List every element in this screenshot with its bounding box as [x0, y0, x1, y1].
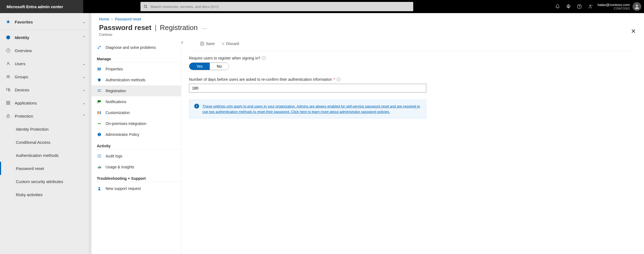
chevron-down-icon: ⌄ [82, 88, 86, 92]
svg-rect-16 [8, 101, 10, 103]
bm-audit-logs[interactable]: Audit logs [91, 151, 181, 162]
nav-password-reset[interactable]: Password reset [0, 162, 91, 175]
svg-text:i: i [99, 133, 100, 136]
chevron-down-icon: ⌄ [82, 20, 86, 24]
bm-auth-methods[interactable]: Authentication methods [91, 74, 181, 85]
bm-registration[interactable]: Registration [91, 85, 181, 96]
days-input[interactable] [189, 84, 426, 92]
svg-rect-18 [8, 103, 10, 104]
crumb-home[interactable]: Home [99, 17, 109, 21]
toggle-yes[interactable]: Yes [189, 63, 210, 70]
svg-point-4 [579, 7, 580, 8]
bm-notifications[interactable]: Notifications [91, 96, 181, 107]
bm-section-manage: Manage [91, 53, 181, 62]
bm-section-support: Troubleshooting + Support [91, 172, 181, 182]
account-menu[interactable]: balas@contoso.com CONTOSO [598, 2, 644, 11]
svg-rect-17 [7, 103, 8, 104]
bm-onprem[interactable]: On-premises integration [91, 118, 181, 129]
svg-rect-38 [201, 42, 203, 43]
info-icon [5, 48, 11, 53]
user-icon [5, 61, 11, 66]
info-tooltip-icon[interactable]: i [337, 77, 340, 81]
brand-title: Microsoft Entra admin center [0, 0, 83, 13]
breadcrumb: Home › Password reset [99, 17, 636, 21]
nav-protection[interactable]: Protection ⌃ [0, 109, 91, 122]
wrench-icon [97, 45, 102, 50]
avatar [633, 2, 641, 11]
info-tooltip-icon[interactable]: i [262, 56, 266, 60]
bm-admin-policy[interactable]: i Administrator Policy [91, 129, 181, 140]
nav-favorites[interactable]: Favorites ⌄ [0, 15, 91, 28]
account-email: balas@contoso.com [598, 3, 630, 7]
chevron-up-icon: ⌃ [82, 35, 86, 40]
nav-risky-activities[interactable]: Risky activities [0, 188, 91, 201]
nav-auth-methods[interactable]: Authentication methods [0, 149, 91, 162]
palette-icon [97, 111, 102, 115]
identity-icon [5, 35, 11, 40]
primary-sidebar: Favorites ⌄ Identity ⌃ Overview Users ⌄ … [0, 13, 91, 254]
nav-custom-security[interactable]: Custom security attributes [0, 175, 91, 188]
days-label: Number of days before users are asked to… [189, 77, 332, 82]
chevron-down-icon: ⌄ [82, 74, 86, 79]
svg-rect-27 [100, 111, 101, 114]
close-icon[interactable]: ✕ [631, 28, 636, 35]
save-icon [200, 41, 204, 46]
nav-users[interactable]: Users ⌄ [0, 57, 91, 70]
lock-icon [5, 114, 11, 118]
svg-line-1 [146, 7, 148, 8]
nav-identity[interactable]: Identity ⌃ [0, 31, 91, 44]
bm-new-request[interactable]: New support request [91, 183, 181, 194]
top-bar: Microsoft Entra admin center balas@conto… [0, 0, 644, 13]
svg-rect-21 [99, 68, 100, 71]
svg-rect-20 [98, 68, 98, 71]
bm-usage[interactable]: Usage & insights [91, 162, 181, 172]
svg-rect-26 [99, 111, 100, 114]
svg-rect-34 [99, 166, 100, 169]
account-tenant: CONTOSO [598, 7, 630, 10]
sync-icon [97, 122, 102, 125]
support-icon [97, 187, 102, 190]
svg-point-36 [98, 187, 100, 189]
svg-rect-19 [7, 116, 9, 118]
page-subtitle: Registration [160, 23, 198, 32]
flag-icon [97, 100, 102, 104]
nav-conditional-access[interactable]: Conditional Access [0, 136, 91, 149]
svg-point-6 [636, 5, 638, 7]
svg-rect-15 [7, 101, 8, 103]
svg-rect-22 [100, 68, 101, 71]
svg-point-2 [568, 6, 569, 7]
content-pane: « Save Discard Require users to register… [181, 38, 644, 254]
required-asterisk: * [334, 77, 335, 82]
nav-applications[interactable]: Applications ⌄ [0, 96, 91, 109]
discard-button[interactable]: Discard [221, 41, 239, 46]
nav-overview[interactable]: Overview [0, 44, 91, 57]
settings-icon[interactable] [566, 4, 571, 9]
register-label: Require users to register when signing i… [189, 56, 260, 60]
collapse-blade-icon[interactable]: « [181, 40, 183, 45]
bm-section-activity: Activity [91, 140, 181, 150]
devices-icon [5, 88, 11, 92]
svg-line-40 [221, 43, 224, 45]
bm-customization[interactable]: Customization [91, 107, 181, 118]
bm-properties[interactable]: Properties [91, 64, 181, 74]
svg-rect-39 [201, 44, 203, 45]
help-icon[interactable] [577, 4, 582, 9]
svg-rect-35 [100, 166, 101, 168]
banner-link[interactable]: These settings only apply to end users i… [202, 104, 421, 114]
chevron-down-icon: ⌄ [82, 101, 86, 105]
toggle-no[interactable]: No [210, 63, 229, 70]
nav-devices[interactable]: Devices ⌄ [0, 83, 91, 96]
feedback-icon[interactable] [588, 4, 593, 9]
svg-rect-23 [98, 100, 101, 102]
groups-icon [5, 74, 11, 79]
more-actions-icon[interactable]: ⋯ [202, 25, 207, 31]
crumb-password-reset[interactable]: Password reset [115, 17, 141, 21]
register-toggle[interactable]: Yes No [189, 62, 229, 70]
search-input[interactable] [150, 5, 410, 9]
notifications-icon[interactable] [555, 4, 560, 9]
global-search[interactable] [140, 2, 413, 11]
save-button[interactable]: Save [200, 41, 215, 46]
nav-identity-protection[interactable]: Identity Protection [0, 122, 91, 136]
bm-diagnose[interactable]: Diagnose and solve problems [91, 42, 181, 53]
nav-groups[interactable]: Groups ⌄ [0, 70, 91, 83]
